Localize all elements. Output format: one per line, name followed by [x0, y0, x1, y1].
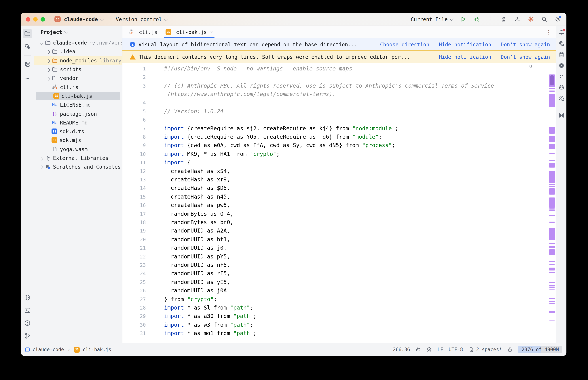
js-file-icon: JS	[53, 93, 59, 99]
tree-item-cli-js[interactable]: 100JScli.js	[34, 83, 122, 92]
code-line: 11import {	[122, 158, 556, 167]
dont-show-again-link[interactable]: Don't show again	[501, 41, 550, 47]
x-circle-icon[interactable]	[557, 62, 565, 69]
ai-assistant-icon[interactable]: @	[500, 16, 507, 23]
add-user-icon[interactable]	[513, 16, 521, 23]
version-control-tool-button[interactable]	[22, 331, 32, 341]
highlighting-disabled-icon[interactable]	[426, 347, 432, 352]
tab-cli-bak-js[interactable]: JS cli-bak.js ×	[161, 26, 217, 38]
tree-item-scripts[interactable]: scripts	[34, 65, 122, 74]
lock-open-icon[interactable]	[507, 347, 513, 352]
json-file-icon: {}	[52, 111, 58, 117]
scrollbar-thumb[interactable]	[550, 75, 554, 85]
vcs-menu[interactable]: Version control	[116, 16, 162, 22]
code-with-me-icon[interactable]	[557, 95, 565, 102]
structure-tool-button[interactable]	[22, 59, 32, 69]
more-actions-button[interactable]: ⋮	[487, 16, 494, 23]
minimize-window-button[interactable]	[33, 17, 38, 21]
divider	[558, 107, 565, 107]
code-editor[interactable]: OFF 1#!/usr/bin/env -S node --no-warning…	[122, 63, 556, 343]
terminal-tool-button[interactable]	[22, 305, 32, 315]
tree-item-sdk-d-ts[interactable]: TSsdk.d.ts	[34, 127, 122, 136]
code-text: randomUUID as ht1,	[161, 236, 230, 243]
indent-widget[interactable]: 2 spaces*	[476, 347, 502, 352]
chevron-right-icon[interactable]	[45, 75, 52, 81]
tree-item-readme-md[interactable]: M↓README.md	[34, 118, 122, 127]
dont-show-again-link[interactable]: Don't show again	[501, 54, 550, 60]
line-number: 28	[122, 305, 161, 311]
code-line: 29import * as a30 from "path";	[122, 312, 556, 321]
tree-item-external-libraries[interactable]: External Libraries	[34, 154, 122, 163]
choose-direction-link[interactable]: Choose direction	[380, 41, 429, 47]
tree-item-yoga-wasm[interactable]: yoga.wasm	[34, 145, 122, 154]
debug-button[interactable]	[473, 16, 480, 23]
tree-item-scratches-and-consoles[interactable]: Scratches and Consoles	[34, 162, 122, 171]
more-tool-windows-button[interactable]: …	[22, 72, 32, 82]
search-icon[interactable]	[541, 16, 548, 23]
tree-item--idea[interactable]: .idea	[34, 47, 122, 56]
run-button[interactable]	[459, 16, 467, 23]
code-text: import {cwd as e0A, cwd as FfA, cwd as S…	[161, 142, 395, 149]
ai-assistant-icon[interactable]	[557, 40, 565, 47]
tree-item-cli-bak-js[interactable]: JScli-bak.js	[36, 92, 120, 101]
caret-position-widget[interactable]: 266:36	[393, 347, 410, 352]
chevron-down-icon[interactable]	[38, 40, 45, 46]
tree-item-package-json[interactable]: {}package.json	[34, 109, 122, 118]
memory-indicator[interactable]: 2376 of 4900M	[518, 346, 562, 353]
chevron-right-icon[interactable]	[45, 57, 52, 63]
breadcrumb-project[interactable]: claude-code	[33, 347, 64, 352]
change-mark	[549, 136, 555, 142]
code-text: import * as mo1 from "path";	[161, 330, 257, 337]
code-text: // (c) Anthropic PBC. All rights reserve…	[161, 82, 494, 89]
excluded-folder-icon	[52, 57, 58, 63]
copilot-status-icon[interactable]	[416, 347, 421, 352]
claude-icon[interactable]	[527, 16, 534, 23]
scratches-icon	[45, 164, 51, 170]
tree-item-claude-code[interactable]: claude-code~/.nvm/vers	[34, 38, 122, 47]
change-mark	[549, 298, 555, 299]
services-tool-button[interactable]	[22, 293, 32, 302]
m-plugin-icon[interactable]	[557, 111, 565, 119]
hide-notification-link[interactable]: Hide notification	[439, 41, 491, 47]
copilot-robot-icon[interactable]	[557, 84, 565, 91]
tree-item-label: sdk.d.ts	[60, 129, 84, 134]
line-separator-widget[interactable]: LF	[437, 347, 443, 352]
line-number: 3	[122, 83, 161, 89]
hide-notification-link[interactable]: Hide notification	[439, 54, 491, 60]
close-tab-icon[interactable]: ×	[210, 29, 213, 35]
commit-tool-button[interactable]: ?	[22, 42, 32, 51]
problems-tool-button[interactable]	[22, 318, 32, 328]
zoom-window-button[interactable]	[41, 17, 45, 21]
line-number: 4	[122, 100, 161, 106]
close-window-button[interactable]	[26, 17, 30, 21]
folder-icon	[52, 75, 58, 81]
tree-item-license-md[interactable]: M↓LICENSE.md	[34, 100, 122, 109]
chevron-right-icon[interactable]	[45, 49, 52, 55]
tree-item-label: node_modules	[60, 57, 97, 63]
run-configuration-selector[interactable]: Current File	[411, 16, 453, 22]
highlighting-level-widget[interactable]: OFF	[529, 64, 538, 69]
database-icon[interactable]	[557, 51, 565, 58]
chevron-right-icon[interactable]	[45, 66, 52, 72]
tree-item-sdk-mjs[interactable]: JSsdk.mjs	[34, 136, 122, 145]
project-panel-header[interactable]: Project	[34, 26, 122, 38]
chevron-right-icon[interactable]	[38, 155, 45, 161]
tab-options-icon[interactable]: ⋮	[546, 26, 556, 38]
plugin-pinwheel-icon[interactable]	[557, 73, 565, 80]
chevron-right-icon[interactable]	[38, 164, 45, 170]
code-line: 12 createHash as xS4,	[122, 167, 556, 175]
change-mark	[549, 184, 555, 185]
change-mark	[549, 188, 555, 194]
notifications-bell-icon[interactable]	[557, 29, 565, 37]
code-line: 14 createHash as $D5,	[122, 184, 556, 192]
tab-label: cli-bak.js	[176, 29, 207, 35]
breadcrumb-file[interactable]: cli-bak.js	[83, 347, 111, 352]
settings-icon[interactable]	[554, 16, 561, 23]
project-menu[interactable]: claude-code	[64, 16, 98, 22]
tab-cli-js[interactable]: 100JS cli.js	[124, 26, 161, 38]
project-tool-button[interactable]	[22, 29, 32, 38]
encoding-widget[interactable]: UTF-8	[448, 347, 463, 352]
tree-item-node-modules[interactable]: node_moduleslibrary	[34, 56, 122, 65]
tree-item-vendor[interactable]: vendor	[34, 74, 122, 83]
js-file-icon: JS	[165, 29, 171, 35]
